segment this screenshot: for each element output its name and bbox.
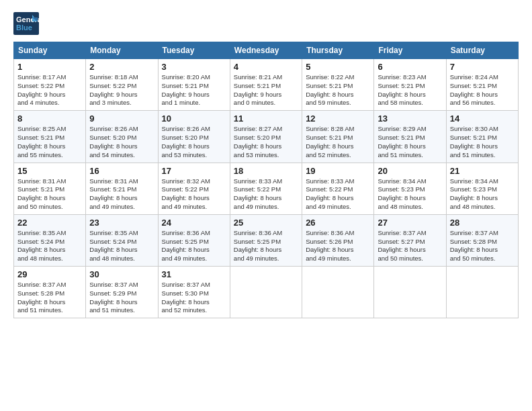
day-info: Sunrise: 8:32 AM Sunset: 5:22 PM Dayligh… <box>162 177 226 212</box>
logo-icon: General Blue <box>13 12 39 35</box>
svg-text:Blue: Blue <box>16 24 32 32</box>
day-number: 7 <box>450 62 515 72</box>
calendar-cell: 22Sunrise: 8:35 AM Sunset: 5:24 PM Dayli… <box>14 214 86 266</box>
day-number: 20 <box>378 166 442 176</box>
day-info: Sunrise: 8:25 AM Sunset: 5:21 PM Dayligh… <box>17 125 82 159</box>
day-number: 29 <box>17 269 82 279</box>
day-number: 8 <box>17 113 82 124</box>
day-number: 13 <box>378 113 442 124</box>
day-info: Sunrise: 8:23 AM Sunset: 5:21 PM Dayligh… <box>378 73 442 107</box>
day-number: 31 <box>162 269 226 279</box>
calendar-cell: 8Sunrise: 8:25 AM Sunset: 5:21 PM Daylig… <box>14 111 86 163</box>
calendar-header-friday: Friday <box>374 42 446 59</box>
day-info: Sunrise: 8:33 AM Sunset: 5:22 PM Dayligh… <box>234 177 298 212</box>
day-number: 11 <box>234 113 298 124</box>
day-number: 18 <box>234 166 298 176</box>
calendar-cell <box>446 267 518 318</box>
day-number: 30 <box>89 269 154 279</box>
day-info: Sunrise: 8:24 AM Sunset: 5:21 PM Dayligh… <box>450 73 515 107</box>
calendar-cell: 23Sunrise: 8:35 AM Sunset: 5:24 PM Dayli… <box>86 214 158 266</box>
calendar-header-row: SundayMondayTuesdayWednesdayThursdayFrid… <box>14 42 519 59</box>
header: General Blue <box>13 12 519 35</box>
day-number: 22 <box>17 218 82 228</box>
day-info: Sunrise: 8:28 AM Sunset: 5:21 PM Dayligh… <box>306 125 370 159</box>
day-info: Sunrise: 8:37 AM Sunset: 5:27 PM Dayligh… <box>378 229 442 263</box>
day-number: 24 <box>162 218 226 228</box>
day-info: Sunrise: 8:21 AM Sunset: 5:21 PM Dayligh… <box>234 73 298 107</box>
day-number: 10 <box>162 113 226 124</box>
day-info: Sunrise: 8:35 AM Sunset: 5:24 PM Dayligh… <box>89 229 154 263</box>
day-info: Sunrise: 8:36 AM Sunset: 5:25 PM Dayligh… <box>234 229 298 263</box>
day-info: Sunrise: 8:31 AM Sunset: 5:21 PM Dayligh… <box>89 177 154 212</box>
day-info: Sunrise: 8:37 AM Sunset: 5:28 PM Dayligh… <box>17 281 82 315</box>
calendar-cell: 16Sunrise: 8:31 AM Sunset: 5:21 PM Dayli… <box>86 163 158 214</box>
day-info: Sunrise: 8:30 AM Sunset: 5:21 PM Dayligh… <box>450 125 515 159</box>
logo: General Blue <box>13 12 39 35</box>
calendar-table: SundayMondayTuesdayWednesdayThursdayFrid… <box>13 42 519 318</box>
calendar-cell <box>302 267 374 318</box>
day-info: Sunrise: 8:36 AM Sunset: 5:25 PM Dayligh… <box>162 229 226 263</box>
day-number: 5 <box>306 62 370 72</box>
calendar-cell: 25Sunrise: 8:36 AM Sunset: 5:25 PM Dayli… <box>230 214 302 266</box>
day-number: 28 <box>450 218 515 228</box>
day-number: 17 <box>162 166 226 176</box>
day-number: 2 <box>89 62 154 72</box>
day-info: Sunrise: 8:27 AM Sunset: 5:20 PM Dayligh… <box>234 125 298 159</box>
day-info: Sunrise: 8:37 AM Sunset: 5:28 PM Dayligh… <box>450 229 515 263</box>
day-info: Sunrise: 8:35 AM Sunset: 5:24 PM Dayligh… <box>17 229 82 263</box>
calendar-cell: 24Sunrise: 8:36 AM Sunset: 5:25 PM Dayli… <box>158 214 230 266</box>
day-number: 3 <box>162 62 226 72</box>
calendar-cell: 21Sunrise: 8:34 AM Sunset: 5:23 PM Dayli… <box>446 163 518 214</box>
day-number: 27 <box>378 218 442 228</box>
day-info: Sunrise: 8:36 AM Sunset: 5:26 PM Dayligh… <box>306 229 370 263</box>
calendar-cell: 6Sunrise: 8:23 AM Sunset: 5:21 PM Daylig… <box>374 59 446 111</box>
calendar-header-tuesday: Tuesday <box>158 42 230 59</box>
calendar-header-monday: Monday <box>86 42 158 59</box>
calendar-cell: 9Sunrise: 8:26 AM Sunset: 5:20 PM Daylig… <box>86 111 158 163</box>
day-number: 25 <box>234 218 298 228</box>
calendar-cell: 29Sunrise: 8:37 AM Sunset: 5:28 PM Dayli… <box>14 267 86 318</box>
calendar-cell: 30Sunrise: 8:37 AM Sunset: 5:29 PM Dayli… <box>86 267 158 318</box>
calendar-cell: 1Sunrise: 8:17 AM Sunset: 5:22 PM Daylig… <box>14 59 86 111</box>
calendar-cell: 19Sunrise: 8:33 AM Sunset: 5:22 PM Dayli… <box>302 163 374 214</box>
calendar-header-thursday: Thursday <box>302 42 374 59</box>
calendar-week-1: 1Sunrise: 8:17 AM Sunset: 5:22 PM Daylig… <box>14 59 519 111</box>
day-number: 14 <box>450 113 515 124</box>
calendar-cell: 10Sunrise: 8:26 AM Sunset: 5:20 PM Dayli… <box>158 111 230 163</box>
calendar-cell: 7Sunrise: 8:24 AM Sunset: 5:21 PM Daylig… <box>446 59 518 111</box>
calendar-cell: 11Sunrise: 8:27 AM Sunset: 5:20 PM Dayli… <box>230 111 302 163</box>
calendar-cell: 15Sunrise: 8:31 AM Sunset: 5:21 PM Dayli… <box>14 163 86 214</box>
calendar-cell: 5Sunrise: 8:22 AM Sunset: 5:21 PM Daylig… <box>302 59 374 111</box>
calendar-cell: 12Sunrise: 8:28 AM Sunset: 5:21 PM Dayli… <box>302 111 374 163</box>
day-number: 4 <box>234 62 298 72</box>
calendar-cell: 17Sunrise: 8:32 AM Sunset: 5:22 PM Dayli… <box>158 163 230 214</box>
calendar-cell: 27Sunrise: 8:37 AM Sunset: 5:27 PM Dayli… <box>374 214 446 266</box>
day-number: 6 <box>378 62 442 72</box>
day-info: Sunrise: 8:31 AM Sunset: 5:21 PM Dayligh… <box>17 177 82 212</box>
day-number: 1 <box>17 62 82 72</box>
calendar-header-saturday: Saturday <box>446 42 518 59</box>
day-info: Sunrise: 8:37 AM Sunset: 5:29 PM Dayligh… <box>89 281 154 315</box>
calendar-cell: 4Sunrise: 8:21 AM Sunset: 5:21 PM Daylig… <box>230 59 302 111</box>
day-info: Sunrise: 8:29 AM Sunset: 5:21 PM Dayligh… <box>378 125 442 159</box>
calendar-cell: 2Sunrise: 8:18 AM Sunset: 5:22 PM Daylig… <box>86 59 158 111</box>
day-number: 16 <box>89 166 154 176</box>
calendar-cell: 20Sunrise: 8:34 AM Sunset: 5:23 PM Dayli… <box>374 163 446 214</box>
day-info: Sunrise: 8:17 AM Sunset: 5:22 PM Dayligh… <box>17 73 82 107</box>
calendar-cell <box>374 267 446 318</box>
day-info: Sunrise: 8:34 AM Sunset: 5:23 PM Dayligh… <box>450 177 515 212</box>
page: General Blue SundayMondayTuesdayWednesda… <box>0 0 532 411</box>
day-number: 26 <box>306 218 370 228</box>
day-number: 12 <box>306 113 370 124</box>
day-number: 15 <box>17 166 82 176</box>
day-number: 23 <box>89 218 154 228</box>
calendar-header-sunday: Sunday <box>14 42 86 59</box>
calendar-cell: 13Sunrise: 8:29 AM Sunset: 5:21 PM Dayli… <box>374 111 446 163</box>
day-info: Sunrise: 8:33 AM Sunset: 5:22 PM Dayligh… <box>306 177 370 212</box>
day-info: Sunrise: 8:37 AM Sunset: 5:30 PM Dayligh… <box>162 281 226 315</box>
calendar-cell: 26Sunrise: 8:36 AM Sunset: 5:26 PM Dayli… <box>302 214 374 266</box>
day-number: 19 <box>306 166 370 176</box>
calendar-cell: 3Sunrise: 8:20 AM Sunset: 5:21 PM Daylig… <box>158 59 230 111</box>
calendar-week-2: 8Sunrise: 8:25 AM Sunset: 5:21 PM Daylig… <box>14 111 519 163</box>
day-number: 21 <box>450 166 515 176</box>
